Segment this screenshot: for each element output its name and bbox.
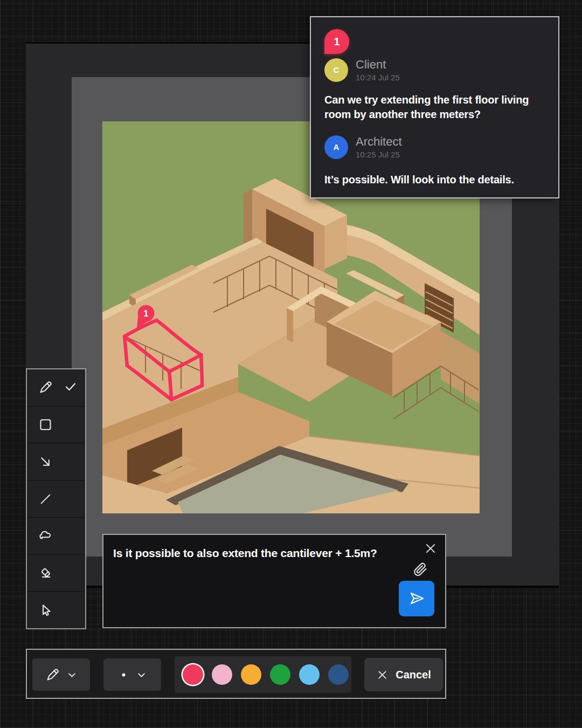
comment-thread-panel: 1 C Client 10:24 Jul 25 Can we try exten… <box>310 16 559 198</box>
color-swatches <box>175 656 351 693</box>
arrow-down-right-icon <box>38 455 53 469</box>
drawing-tool-palette <box>26 368 86 629</box>
color-swatch-light-blue[interactable] <box>299 664 320 685</box>
close-icon <box>376 669 389 681</box>
color-swatch-green[interactable] <box>270 664 290 685</box>
tool-cursor[interactable] <box>27 592 85 628</box>
tool-pencil[interactable] <box>27 369 85 406</box>
annotation-toolbar: Cancel <box>26 649 446 699</box>
tool-arrow[interactable] <box>27 443 85 480</box>
avatar: A <box>324 135 348 159</box>
cancel-label: Cancel <box>396 669 431 681</box>
annotation-pin-number: 1 <box>144 309 149 318</box>
author-name: Client <box>356 58 400 72</box>
rectangle-icon <box>38 417 53 432</box>
pencil-icon <box>38 380 53 395</box>
send-button[interactable] <box>399 581 434 616</box>
thread-pin-badge[interactable]: 1 <box>324 29 349 54</box>
selected-tool-check-icon <box>64 380 77 395</box>
line-icon <box>38 492 53 506</box>
color-swatch-red[interactable] <box>183 664 203 685</box>
color-swatch-pink[interactable] <box>212 664 232 685</box>
chevron-down-icon <box>136 669 147 681</box>
comment-author-row: A Architect 10:25 Jul 25 <box>324 135 402 159</box>
author-name: Architect <box>356 135 402 149</box>
comment-timestamp: 10:25 Jul 25 <box>356 150 402 159</box>
send-icon <box>408 590 425 607</box>
avatar-letter: C <box>334 65 340 74</box>
tool-eraser[interactable] <box>27 555 85 592</box>
pencil-icon <box>45 668 60 682</box>
comment-timestamp: 10:24 Jul 25 <box>356 73 400 82</box>
close-icon[interactable] <box>424 541 438 555</box>
paperclip-icon[interactable] <box>413 562 428 577</box>
chevron-down-icon <box>66 669 78 681</box>
tool-rectangle[interactable] <box>27 407 85 443</box>
cursor-icon <box>38 603 53 617</box>
tool-line[interactable] <box>27 480 85 517</box>
color-swatch-dark-blue[interactable] <box>328 664 349 685</box>
stroke-size-dropdown[interactable] <box>103 658 161 691</box>
eraser-icon <box>38 566 53 580</box>
comment-author-row: C Client 10:24 Jul 25 <box>324 58 400 82</box>
tool-cloud[interactable] <box>27 518 85 554</box>
stroke-tool-dropdown[interactable] <box>32 658 90 691</box>
comment-input-box[interactable]: Is it possible to also extend the cantil… <box>102 534 446 628</box>
comment-text: Can we try extending the first floor liv… <box>324 93 548 121</box>
comment-text: It’s possible. Will look into the detail… <box>324 173 548 187</box>
cancel-button[interactable]: Cancel <box>364 658 443 691</box>
comment-input-text[interactable]: Is it possible to also extend the cantil… <box>113 546 393 560</box>
dot-icon <box>118 669 129 681</box>
avatar: C <box>324 58 348 82</box>
cloud-icon <box>38 528 53 543</box>
color-swatch-orange[interactable] <box>241 664 261 685</box>
avatar-letter: A <box>334 142 340 152</box>
